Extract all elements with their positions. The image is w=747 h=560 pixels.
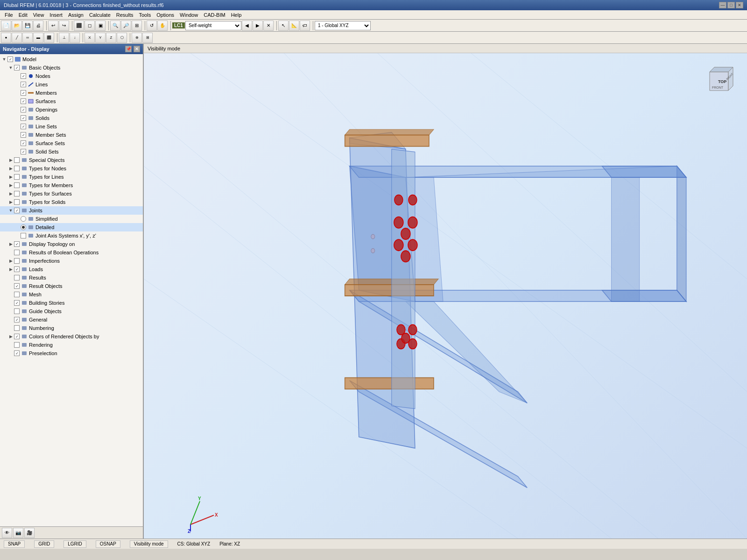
prev-lc-btn[interactable]: ◀ (242, 21, 252, 31)
member-btn[interactable]: ═ (22, 33, 33, 43)
expand-icon[interactable]: ▶ (7, 241, 14, 247)
tree-item-surfaces[interactable]: Surfaces (0, 97, 143, 105)
tree-item-types-members[interactable]: ▶Types for Members (0, 181, 143, 189)
tree-item-solids[interactable]: Solids (0, 114, 143, 122)
checkbox-icon[interactable] (21, 140, 26, 146)
checkbox-icon[interactable] (14, 258, 20, 264)
select-btn[interactable]: ↖ (278, 21, 289, 31)
expand-icon[interactable] (14, 73, 21, 79)
print-btn[interactable]: 🖨 (33, 21, 43, 31)
tree-item-nodes[interactable]: Nodes (0, 72, 143, 80)
nav-video-btn[interactable]: 🎥 (24, 528, 35, 538)
tree-item-member-sets[interactable]: Member Sets (0, 131, 143, 139)
checkbox-icon[interactable] (14, 266, 20, 272)
tree-item-rendering[interactable]: Rendering (0, 341, 143, 349)
checkbox-icon[interactable] (21, 132, 26, 138)
tree-item-joint-axis[interactable]: Joint Axis Systems x', y', z' (0, 231, 143, 240)
checkbox-icon[interactable] (21, 107, 26, 112)
expand-icon[interactable]: ▶ (7, 199, 14, 205)
checkbox-icon[interactable] (14, 208, 20, 213)
node-btn[interactable]: ● (1, 33, 11, 43)
checkbox-icon[interactable] (21, 90, 26, 96)
tree-item-guide-objects[interactable]: Guide Objects (0, 307, 143, 315)
load-case-select[interactable]: Self-weight (185, 21, 241, 30)
tree-item-results-boolean[interactable]: Results of Boolean Operations (0, 248, 143, 257)
expand-icon[interactable]: ▶ (7, 174, 14, 180)
y-view-btn[interactable]: Y (95, 33, 106, 43)
save-btn[interactable]: 💾 (22, 21, 33, 31)
coord-system-select[interactable]: 1 - Global XYZ (315, 21, 371, 30)
tree-item-loads[interactable]: ▶Loads (0, 265, 143, 273)
expand-icon[interactable]: ▶ (7, 258, 14, 264)
new-btn[interactable]: 📄 (1, 21, 11, 31)
checkbox-icon[interactable] (14, 157, 20, 163)
expand-icon[interactable]: ▶ (7, 157, 14, 163)
tree-item-display-topology[interactable]: ▶Display Topology on (0, 240, 143, 248)
zoom-fit-btn[interactable]: ⊞ (132, 21, 142, 31)
tree-item-mesh[interactable]: Mesh (0, 290, 143, 299)
checkbox-icon[interactable] (14, 300, 20, 306)
tree-item-types-lines[interactable]: ▶Types for Lines (0, 173, 143, 181)
radio-icon[interactable] (21, 216, 26, 222)
checkbox-icon[interactable] (21, 233, 26, 238)
checkbox-icon[interactable] (21, 124, 26, 129)
tree-item-model[interactable]: ▼Model (0, 55, 143, 63)
checkbox-icon[interactable] (14, 334, 20, 339)
radio-icon[interactable] (21, 224, 26, 230)
checkbox-icon[interactable] (14, 317, 20, 322)
expand-icon[interactable] (14, 224, 21, 231)
expand-icon[interactable] (7, 316, 14, 323)
grid-status[interactable]: GRID (34, 540, 54, 548)
checkbox-icon[interactable] (14, 283, 20, 289)
tree-item-simplified[interactable]: Simplified (0, 215, 143, 223)
expand-icon[interactable] (7, 274, 14, 281)
expand-icon[interactable]: ▼ (7, 207, 14, 214)
iso-view-btn[interactable]: ⬡ (117, 33, 127, 43)
surface-btn[interactable]: ▬ (33, 33, 43, 43)
tree-item-solid-sets[interactable]: Solid Sets (0, 147, 143, 156)
menu-tools[interactable]: Tools (136, 11, 154, 19)
measure-btn[interactable]: 📐 (289, 21, 299, 31)
tree-item-types-nodes[interactable]: ▶Types for Nodes (0, 164, 143, 173)
lgrid-status[interactable]: LGRID (63, 540, 86, 548)
expand-icon[interactable]: ▶ (7, 266, 14, 273)
nav-eye-btn[interactable]: 👁 (2, 528, 12, 538)
nav-camera-btn[interactable]: 📷 (13, 528, 23, 538)
expand-icon[interactable] (14, 98, 21, 105)
3d-scene[interactable]: TOP FRONT RIGHT (144, 53, 747, 539)
menu-file[interactable]: File (2, 11, 16, 19)
annotation-btn[interactable]: 🏷 (300, 21, 310, 31)
checkbox-icon[interactable] (14, 350, 20, 356)
x-view-btn[interactable]: X (85, 33, 95, 43)
checkbox-icon[interactable] (14, 182, 20, 188)
expand-icon[interactable]: ▶ (7, 182, 14, 189)
checkbox-icon[interactable] (14, 166, 20, 171)
tree-item-colors-rendered[interactable]: ▶Colors of Rendered Objects by (0, 332, 143, 341)
undo-btn[interactable]: ↩ (48, 21, 58, 31)
expand-icon[interactable] (14, 81, 21, 88)
tree-item-basic-objects[interactable]: ▼Basic Objects (0, 63, 143, 72)
tree-item-special-objects[interactable]: ▶Special Objects (0, 156, 143, 164)
wireframe-btn[interactable]: ◻ (85, 21, 95, 31)
tree-item-line-sets[interactable]: Line Sets (0, 122, 143, 131)
expand-icon[interactable] (7, 249, 14, 256)
expand-icon[interactable] (14, 140, 21, 147)
tree-item-numbering[interactable]: Numbering (0, 324, 143, 332)
tree-item-imperfections[interactable]: ▶Imperfections (0, 257, 143, 265)
expand-icon[interactable] (14, 148, 21, 155)
expand-icon[interactable] (7, 291, 14, 298)
expand-icon[interactable] (7, 283, 14, 289)
checkbox-icon[interactable] (14, 292, 20, 297)
nav-pin-btn[interactable]: 📌 (125, 46, 132, 52)
checkbox-icon[interactable] (21, 98, 26, 104)
checkbox-icon[interactable] (7, 56, 13, 62)
lc-settings-btn[interactable]: ✕ (263, 21, 274, 31)
menu-results[interactable]: Results (113, 11, 136, 19)
rotate-btn[interactable]: ↺ (147, 21, 157, 31)
checkbox-icon[interactable] (14, 342, 20, 348)
minimize-button[interactable]: — (719, 2, 726, 8)
menu-options[interactable]: Options (154, 11, 177, 19)
checkbox-icon[interactable] (14, 191, 20, 196)
tree-item-joints[interactable]: ▼Joints (0, 206, 143, 215)
tree-item-building-stories[interactable]: Building Stories (0, 299, 143, 307)
